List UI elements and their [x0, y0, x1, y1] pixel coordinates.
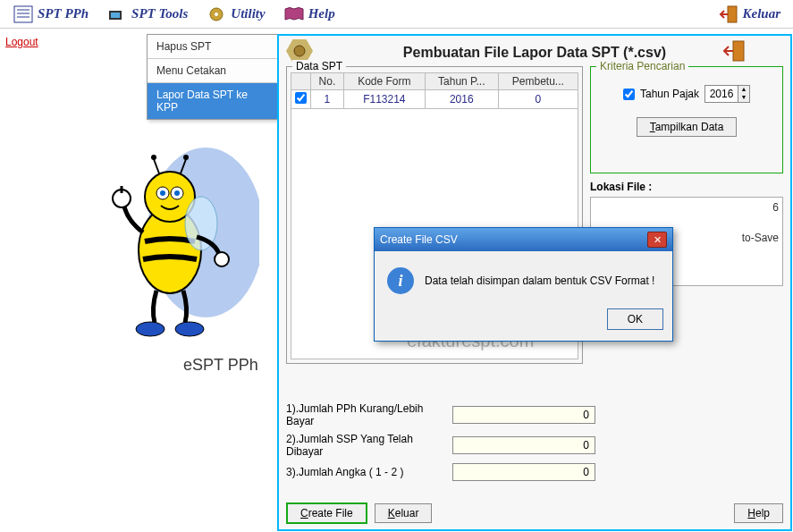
info-icon: i — [387, 267, 414, 294]
col-pembetulan[interactable]: Pembetu... — [498, 73, 578, 90]
kriteria-legend: Kriteria Pencarian — [596, 60, 688, 72]
tools-icon — [106, 4, 128, 24]
cell-pembetulan: 0 — [498, 90, 578, 109]
menu-label: Keluar — [742, 6, 780, 21]
col-kode[interactable]: Kode Form — [343, 73, 425, 90]
exit-icon — [717, 4, 738, 24]
keluar-button[interactable]: Keluar — [375, 503, 433, 523]
panel-footer: Create File Keluar Help — [286, 502, 783, 524]
tahun-pajak-spinner[interactable]: ▲▼ — [704, 85, 750, 103]
ok-button[interactable]: OK — [607, 308, 663, 330]
lokasi-file-label: Lokasi File : — [590, 181, 783, 193]
close-icon[interactable]: ✕ — [647, 232, 667, 248]
dropdown-item-cetakan[interactable]: Menu Cetakan — [148, 59, 278, 83]
book-icon — [283, 4, 305, 24]
cell-tahun: 2016 — [425, 90, 498, 109]
menu-keluar[interactable]: Keluar — [708, 3, 789, 26]
mascot-image — [89, 116, 259, 349]
row-checkbox[interactable] — [295, 92, 307, 104]
app-title: eSPT PPh — [183, 356, 258, 375]
cell-no: 1 — [311, 90, 344, 109]
svg-point-15 — [174, 190, 180, 196]
svg-rect-0 — [14, 6, 32, 22]
menu-label: SPT PPh — [38, 6, 89, 21]
menu-utility[interactable]: Utility — [197, 3, 274, 26]
row2-label: 2).Jumlah SSP Yang Telah Dibayar — [286, 433, 447, 458]
svg-rect-8 — [728, 6, 737, 22]
lokasi-line: 6 — [595, 201, 779, 214]
svg-point-23 — [136, 322, 165, 336]
dialog-title: Create File CSV — [380, 233, 647, 246]
menubar: SPT PPh SPT Tools Utility Help Keluar — [0, 0, 793, 29]
panel-title: Pembuatan File Lapor Data SPT (*.csv) — [279, 36, 790, 66]
row3-label: 3).Jumlah Angka ( 1 - 2 ) — [286, 466, 447, 478]
dialog-message: Data telah disimpan dalam bentuk CSV For… — [425, 274, 654, 287]
svg-point-7 — [215, 13, 218, 16]
row2-value: 0 — [452, 436, 595, 454]
table-row[interactable]: 1 F113214 2016 0 — [291, 90, 578, 109]
svg-point-19 — [183, 155, 189, 160]
svg-line-16 — [154, 159, 159, 173]
svg-point-24 — [175, 322, 204, 336]
col-no[interactable]: No. — [311, 73, 344, 90]
menu-help[interactable]: Help — [274, 3, 344, 26]
menu-spt-tools[interactable]: SPT Tools — [97, 3, 197, 26]
menu-label: SPT Tools — [131, 6, 188, 21]
cell-kode: F113214 — [343, 90, 425, 109]
tahun-pajak-checkbox[interactable] — [623, 89, 635, 100]
svg-point-14 — [160, 190, 165, 196]
spt-tools-dropdown: Hapus SPT Menu Cetakan Lapor Data SPT ke… — [147, 34, 279, 120]
dropdown-item-lapor[interactable]: Lapor Data SPT ke KPP — [148, 83, 278, 119]
data-spt-legend: Data SPT — [292, 60, 346, 72]
tampilkan-data-button[interactable]: TTampilkan Dataampilkan Data — [637, 117, 738, 137]
tahun-pajak-label: Tahun Pajak — [640, 88, 699, 100]
menu-spt-pph[interactable]: SPT PPh — [4, 3, 97, 26]
create-csv-dialog: Create File CSV ✕ i Data telah disimpan … — [374, 227, 673, 342]
col-tahun[interactable]: Tahun P... — [425, 73, 498, 90]
svg-rect-5 — [111, 13, 120, 18]
dialog-titlebar[interactable]: Create File CSV ✕ — [375, 228, 672, 251]
logout-link[interactable]: Logout — [5, 36, 38, 48]
create-file-button[interactable]: Create File — [286, 502, 367, 524]
help-button[interactable]: Help — [734, 503, 783, 523]
row1-value: 0 — [452, 406, 595, 424]
svg-point-25 — [294, 46, 305, 56]
document-icon — [13, 4, 34, 24]
svg-point-17 — [151, 155, 156, 160]
kriteria-fieldset: Kriteria Pencarian Tahun Pajak ▲▼ TTampi… — [590, 66, 783, 173]
row3-value: 0 — [452, 463, 595, 481]
menu-label: Help — [308, 6, 335, 21]
gear-icon — [206, 4, 227, 24]
menu-label: Utility — [231, 6, 265, 21]
svg-point-22 — [215, 252, 229, 266]
row1-label: 1).Jumlah PPh Kurang/Lebih Bayar — [286, 402, 447, 427]
dropdown-item-hapus[interactable]: Hapus SPT — [148, 35, 278, 59]
tahun-pajak-input[interactable] — [705, 86, 738, 102]
panel-exit-icon[interactable] — [721, 39, 746, 65]
spin-up-icon[interactable]: ▲ — [738, 86, 749, 94]
summary-rows: 1).Jumlah PPh Kurang/Lebih Bayar 0 2).Ju… — [286, 397, 783, 486]
spin-down-icon[interactable]: ▼ — [738, 94, 749, 102]
svg-rect-26 — [733, 41, 744, 61]
data-table: No. Kode Form Tahun P... Pembetu... 1 F1… — [291, 72, 578, 109]
